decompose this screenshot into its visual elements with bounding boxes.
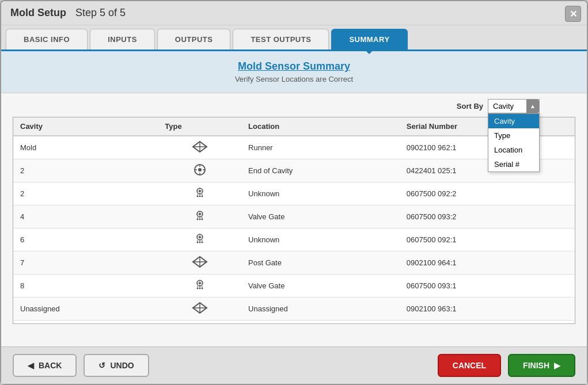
sort-dropdown-arrow[interactable]: ▲ xyxy=(526,100,539,113)
tab-outputs[interactable]: OUTPUTS xyxy=(157,29,231,49)
cancel-label: CANCEL xyxy=(453,361,486,370)
svg-point-15 xyxy=(196,196,198,197)
sort-option-location[interactable]: Location xyxy=(488,143,539,157)
cell-cavity: 6 xyxy=(13,228,158,251)
cell-type xyxy=(158,136,241,159)
cell-serial: 0607500 093:2 xyxy=(400,205,575,228)
svg-point-55 xyxy=(199,288,200,289)
cell-type xyxy=(158,182,241,205)
tab-summary[interactable]: SUMMARY xyxy=(331,29,407,49)
section-title[interactable]: Mold Sensor Summary xyxy=(10,60,578,73)
cell-location: Unknown xyxy=(241,228,400,251)
col-cavity: Cavity xyxy=(13,117,158,136)
cell-location: End of Cavity xyxy=(241,159,400,182)
cell-location: Unassigned xyxy=(241,321,400,325)
cell-serial: 0422401 025:1 xyxy=(400,159,575,182)
svg-point-4 xyxy=(198,168,202,171)
cell-type xyxy=(158,275,241,298)
table-row: 4 Valve Gate 0607500 093:2 xyxy=(13,205,575,228)
undo-label: UNDO xyxy=(110,361,134,370)
cell-serial: 0902100 964:1 xyxy=(400,251,575,275)
col-location: Location xyxy=(241,117,400,136)
sensor-icon-plus xyxy=(192,232,208,245)
cell-location: Unassigned xyxy=(241,298,400,321)
cell-cavity: 4 xyxy=(13,205,158,228)
svg-point-41 xyxy=(201,242,203,243)
table-row: Unassigned Unassigned 0902100 961:1 xyxy=(13,321,575,325)
svg-point-40 xyxy=(199,242,200,243)
cell-type xyxy=(158,321,241,325)
cell-location: Unknown xyxy=(241,182,400,205)
sort-dropdown-menu: Cavity Type Location Serial # xyxy=(488,113,540,172)
back-label: BACK xyxy=(39,361,62,370)
tab-inputs[interactable]: INPUTS xyxy=(90,29,155,49)
footer: ◀ BACK ↺ UNDO CANCEL FINISH ▶ xyxy=(1,346,587,384)
footer-right: CANCEL FINISH ▶ xyxy=(438,354,575,377)
cell-type xyxy=(158,228,241,251)
back-icon: ◀ xyxy=(28,361,34,370)
cell-cavity: 7 xyxy=(13,251,158,275)
sort-option-serial[interactable]: Serial # xyxy=(488,157,539,171)
sort-label: Sort By xyxy=(457,102,483,110)
svg-point-34 xyxy=(199,236,201,238)
cell-cavity: Unassigned xyxy=(13,298,158,321)
undo-icon: ↺ xyxy=(98,361,105,370)
table-area: Sort By Cavity ▲ Cavity Type Location Se… xyxy=(1,93,587,346)
tab-bar: BASIC INFO INPUTS OUTPUTS TEST OUTPUTS S… xyxy=(1,25,587,49)
sensor-icon-plus xyxy=(192,279,208,291)
svg-point-17 xyxy=(201,196,203,197)
svg-point-56 xyxy=(201,288,203,289)
cell-cavity: 8 xyxy=(13,275,158,298)
tab-basic-info[interactable]: BASIC INFO xyxy=(6,29,88,49)
dialog-title: Mold Setup xyxy=(10,7,66,19)
svg-point-39 xyxy=(196,242,198,243)
sort-option-cavity[interactable]: Cavity xyxy=(488,114,539,128)
dialog-step: Step 5 of 5 xyxy=(75,7,126,19)
svg-point-29 xyxy=(201,219,203,220)
sensor-icon-circle-dot xyxy=(192,163,208,176)
sensor-icon-diamond xyxy=(192,256,208,268)
sort-row: Sort By Cavity ▲ Cavity Type Location Se… xyxy=(13,99,575,113)
svg-point-22 xyxy=(199,213,201,215)
svg-point-54 xyxy=(196,288,198,289)
cell-type xyxy=(158,251,241,275)
table-row: 6 Unknown 0607500 092:1 xyxy=(13,228,575,251)
cell-serial: 0607500 092:1 xyxy=(400,228,575,251)
cell-cavity: 2 xyxy=(13,159,158,182)
sort-dropdown-wrapper: Cavity ▲ Cavity Type Location Serial # xyxy=(488,99,540,113)
undo-button[interactable]: ↺ UNDO xyxy=(84,354,149,377)
col-type: Type xyxy=(158,117,241,136)
finish-button[interactable]: FINISH ▶ xyxy=(508,354,575,377)
cell-cavity: Mold xyxy=(13,136,158,159)
table-row: 7 Post Gate 0902100 964:1 xyxy=(13,251,575,275)
footer-left: ◀ BACK ↺ UNDO xyxy=(13,354,149,377)
svg-point-28 xyxy=(199,219,200,220)
table-row: Unassigned Unassigned 0902100 963:1 xyxy=(13,298,575,321)
finish-icon: ▶ xyxy=(554,361,560,370)
section-subtitle: Verify Sensor Locations are Correct xyxy=(10,75,578,83)
table-row: 8 Valve Gate 0607500 093:1 xyxy=(13,275,575,298)
back-button[interactable]: ◀ BACK xyxy=(13,354,77,377)
sensor-icon-plus xyxy=(192,209,208,222)
cancel-button[interactable]: CANCEL xyxy=(438,354,501,377)
sensor-icon-diamond xyxy=(192,140,208,153)
cell-serial: 0902100 962:1 xyxy=(400,136,575,159)
col-serial: Serial Number xyxy=(400,117,575,136)
svg-point-10 xyxy=(199,190,201,192)
main-dialog: Mold Setup Step 5 of 5 ✕ BASIC INFO INPU… xyxy=(0,0,588,385)
svg-point-49 xyxy=(199,282,201,284)
content-area: Mold Sensor Summary Verify Sensor Locati… xyxy=(1,49,587,346)
cell-location: Post Gate xyxy=(241,251,400,275)
svg-point-27 xyxy=(196,219,198,220)
cell-location: Runner xyxy=(241,136,400,159)
close-button[interactable]: ✕ xyxy=(565,6,581,22)
table-row: 2 Unknown 0607500 092:2 xyxy=(13,182,575,205)
section-header: Mold Sensor Summary Verify Sensor Locati… xyxy=(1,51,587,93)
tab-test-outputs[interactable]: TEST OUTPUTS xyxy=(233,29,329,49)
cell-serial: 0607500 093:1 xyxy=(400,275,575,298)
cell-serial: 0607500 092:2 xyxy=(400,182,575,205)
sort-option-type[interactable]: Type xyxy=(488,128,539,143)
cell-serial: 0902100 963:1 xyxy=(400,298,575,321)
cell-type xyxy=(158,298,241,321)
title-bar: Mold Setup Step 5 of 5 ✕ xyxy=(1,1,587,25)
